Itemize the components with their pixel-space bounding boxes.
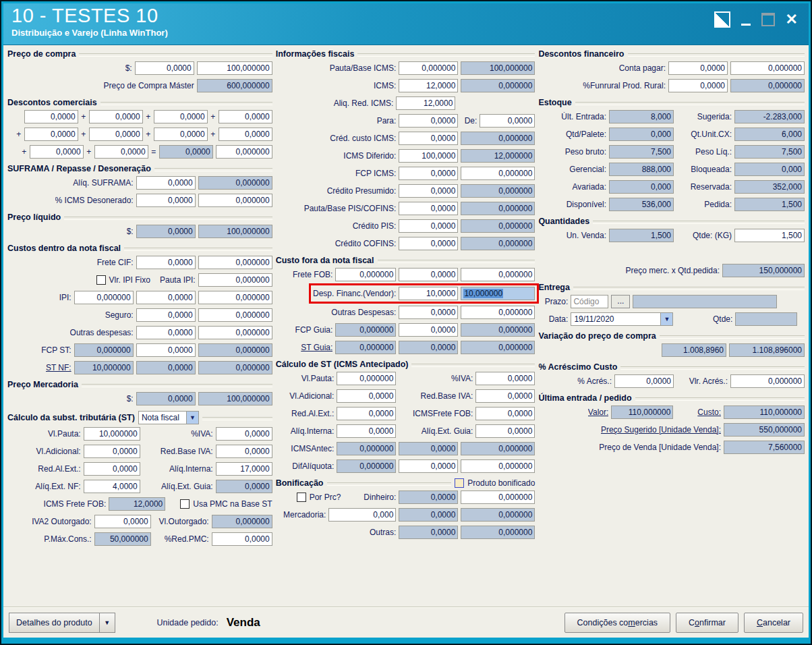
input-field[interactable]: 0,0000 [399,237,458,250]
input-field[interactable]: 0,0000 [399,268,458,281]
input-field[interactable]: 0,0000 [136,256,196,269]
cancelar-button[interactable]: Cancelar [744,613,803,633]
input-field[interactable]: 0,0000 [399,114,458,128]
minimize-icon[interactable] [741,24,751,26]
confirmar-button[interactable]: Confirmar [676,613,738,633]
input-field[interactable]: 0,0000 [219,110,272,123]
input-field[interactable]: 0,0000 [154,128,208,141]
vlr-ipi-fixo-checkbox[interactable]: Vlr. IPI Fixo [96,275,150,285]
input-field[interactable]: 0,000000 [461,306,535,319]
input-field[interactable]: 0,0000 [475,407,535,420]
usa-pmc-checkbox[interactable]: Usa PMC na Base ST [180,499,272,509]
input-field[interactable]: 0,0000 [212,532,272,546]
data-entrega-select[interactable]: 19/11/2020▼ [571,312,673,326]
por-prc-checkbox[interactable]: Por Prc? [297,493,341,502]
input-field[interactable]: 0,000 [328,508,396,522]
input-field[interactable]: 0,0000 [136,291,196,304]
input-field[interactable]: 0,0000 [399,202,458,215]
input-field[interactable]: 0,000000 [461,459,535,473]
input-field[interactable]: 10,0000 [399,287,458,300]
input-field[interactable]: 0,0000 [135,61,194,75]
input-field[interactable]: 0,000000 [198,308,272,322]
input-field[interactable]: 0,000000 [730,374,805,388]
input-field[interactable]: 0,000000 [198,194,272,207]
input-field[interactable]: 0,0000 [399,167,458,180]
input-field[interactable]: 0,000000 [74,291,134,304]
produto-bonificado-checkbox-box[interactable] [455,478,464,488]
valor-link[interactable]: Valor: [588,408,608,417]
input-field[interactable]: 0,0000 [337,389,396,403]
input-field[interactable]: 0,0000 [136,176,196,190]
preco-sugerido-link[interactable]: Preço Sugerido [Unidade Venda]: [601,425,721,434]
prazo-lookup-button[interactable]: ... [611,295,630,308]
input-field[interactable]: 0,0000 [475,372,535,385]
chevron-down-icon[interactable]: ▼ [100,613,115,633]
input-field[interactable]: 0,0000 [475,389,535,403]
input-field[interactable]: 10,000000 [84,427,140,441]
input-field[interactable]: 0,000000 [730,61,805,75]
st-guia-link[interactable]: ST Guia: [301,343,332,352]
input-field[interactable]: 0,0000 [24,128,78,141]
input-field[interactable]: 0,0000 [337,407,396,420]
st-nf-link[interactable]: ST NF: [46,363,71,372]
input-field[interactable]: 0,000000 [461,268,535,281]
detalhes-produto-label[interactable]: Detalhes do produto [9,613,100,633]
input-field[interactable]: 0,0000 [219,128,272,141]
input-field[interactable]: 0,0000 [668,61,728,75]
input-field[interactable]: 12,0000 [399,79,458,92]
input-field[interactable]: 0,0000 [399,306,458,319]
chevron-down-icon[interactable]: ▼ [660,313,672,325]
input-field[interactable]: 100,0000 [399,149,458,163]
input-field[interactable]: 0,0000 [136,194,196,207]
input-field[interactable]: 4,0000 [84,480,140,493]
input-field[interactable]: 0,0000 [136,326,196,339]
input-field[interactable]: 0,0000 [337,424,396,438]
input-field[interactable]: 0,0000 [24,110,78,123]
input-field[interactable]: 0,0000 [94,145,148,159]
input-field[interactable]: 0,0000 [399,459,458,473]
usa-pmc-checkbox-box[interactable] [180,499,190,509]
input-field[interactable]: 0,0000 [614,374,674,388]
input-field[interactable]: 0,000000 [198,326,272,339]
input-field[interactable]: 0,0000 [84,445,140,458]
input-field[interactable]: 0,0000 [89,128,143,141]
input-field[interactable]: 0,0000 [154,110,208,123]
input-field[interactable]: 0,0000 [399,184,458,198]
produto-bonificado-checkbox[interactable]: Produto bonificado [455,478,535,488]
input-field[interactable]: 0,000000 [461,167,535,180]
input-field[interactable]: 0,0000 [94,515,151,528]
input-field[interactable]: 0,000000 [461,490,535,504]
input-field[interactable]: 0,000000 [198,273,272,287]
input-field[interactable]: 0,0000 [136,308,196,322]
qtde-kg-input[interactable]: 1,500 [734,229,805,242]
input-field[interactable]: 0,0000 [216,445,272,458]
condicoes-comerciais-button[interactable]: Condições comercias [564,613,671,633]
input-field[interactable]: 0,000000 [198,256,272,269]
input-field[interactable]: 12,0000 [396,96,455,110]
input-field[interactable]: 0,0000 [89,110,143,123]
desp-financ-vendor-value[interactable]: 10,000000 [461,287,535,300]
prazo-codigo-input[interactable]: Código [571,295,608,308]
input-field[interactable]: 100,000000 [197,61,272,75]
input-field[interactable]: 0,000000 [335,268,396,281]
input-field[interactable]: 0,0000 [30,145,84,159]
detalhes-produto-button[interactable]: Detalhes do produto ▼ [9,613,115,633]
st-base-select[interactable]: Nota fiscal▼ [138,411,199,424]
input-field[interactable]: 0,0000 [399,219,458,233]
input-field[interactable]: 0,0000 [475,424,535,438]
input-field[interactable]: 17,0000 [216,462,272,476]
input-field[interactable]: 0,000000 [198,291,272,304]
input-field[interactable]: 0,0000 [480,114,535,128]
input-field[interactable]: 0,0000 [216,427,272,441]
input-field[interactable]: 0,000000 [337,372,396,385]
vlr-ipi-fixo-checkbox-box[interactable] [96,275,106,285]
input-field[interactable]: 0,0000 [84,462,140,476]
input-field[interactable]: 0,0000 [668,79,728,92]
input-field[interactable]: 0,0000 [136,343,196,357]
close-icon[interactable]: ✕ [786,12,798,27]
input-field[interactable]: 0,0000 [399,132,458,145]
input-field[interactable]: 0,0000 [399,323,458,337]
input-field[interactable]: 0,000000 [399,61,458,75]
custo-link[interactable]: Custo: [697,408,721,417]
chevron-down-icon[interactable]: ▼ [186,412,198,424]
